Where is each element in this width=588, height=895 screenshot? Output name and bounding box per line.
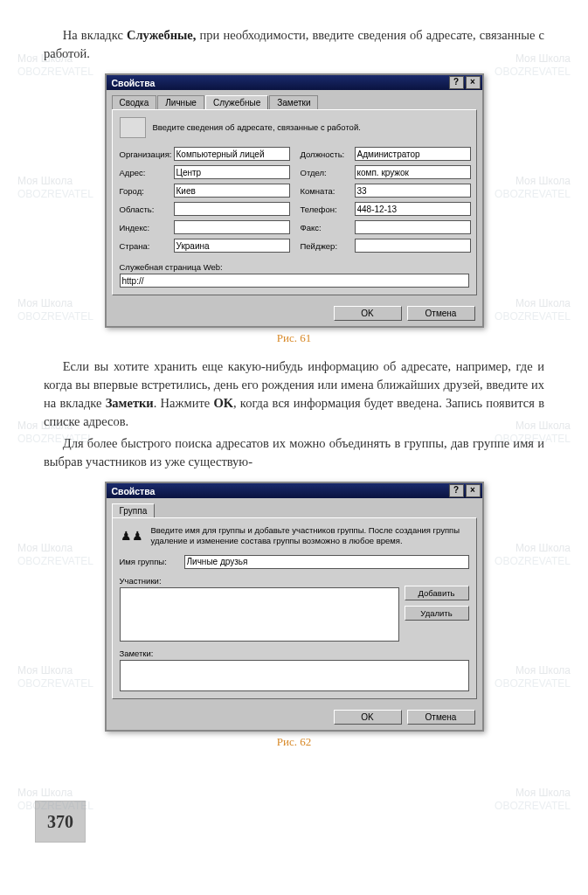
index-field[interactable] <box>174 220 290 234</box>
hint-text: Введите сведения об адресате, связанные … <box>153 122 469 133</box>
city-field[interactable] <box>174 184 290 198</box>
paragraph-2: Если вы хотите хранить еще какую-нибудь … <box>44 357 544 431</box>
dialog-properties-group: Свойства ? × Группа ♟♟ Введите имя для г… <box>105 482 484 732</box>
dialog-properties-business: Свойства ? × Сводка Личные Служебные Зам… <box>105 73 484 328</box>
tab-group[interactable]: Группа <box>112 503 156 517</box>
help-icon[interactable]: ? <box>449 76 464 89</box>
people-icon: ♟♟ <box>120 526 144 545</box>
position-field[interactable] <box>355 147 471 161</box>
add-button[interactable]: Добавить <box>405 586 469 600</box>
ok-button[interactable]: OK <box>334 710 402 725</box>
members-listbox[interactable] <box>120 587 399 642</box>
paragraph-1: На вкладкс Служебные, при необходимости,… <box>44 26 544 63</box>
country-field[interactable] <box>174 239 290 253</box>
hint-text: Введите имя для группы и добавьте участн… <box>151 525 469 546</box>
phone-field[interactable] <box>355 202 471 216</box>
room-field[interactable] <box>355 184 471 198</box>
ok-button[interactable]: OK <box>334 306 402 321</box>
tab-strip: Группа <box>107 498 482 517</box>
close-icon[interactable]: × <box>466 484 481 497</box>
briefcase-icon <box>120 117 146 138</box>
figure-caption-61: Рис. 61 <box>44 331 544 345</box>
organization-field[interactable] <box>174 147 290 161</box>
tab-summary[interactable]: Сводка <box>112 95 157 109</box>
pager-field[interactable] <box>355 239 471 253</box>
page-number: 370 <box>35 801 86 843</box>
cancel-button[interactable]: Отмена <box>407 306 475 321</box>
window-title: Свойства <box>112 78 156 88</box>
title-bar: Свойства ? × <box>107 483 482 498</box>
notes-textarea[interactable] <box>120 660 469 691</box>
window-title: Свойства <box>112 486 156 496</box>
tab-business[interactable]: Служебные <box>205 95 268 109</box>
group-name-field[interactable] <box>184 555 469 569</box>
title-bar: Свойства ? × <box>107 75 482 90</box>
help-icon[interactable]: ? <box>449 484 464 497</box>
tab-strip: Сводка Личные Служебные Заметки <box>107 90 482 109</box>
fax-field[interactable] <box>355 220 471 234</box>
remove-button[interactable]: Удалить <box>405 606 469 621</box>
web-field[interactable] <box>120 274 469 288</box>
cancel-button[interactable]: Отмена <box>407 710 475 725</box>
paragraph-3: Для более быстрого поиска адресатов их м… <box>44 434 544 471</box>
region-field[interactable] <box>174 202 290 216</box>
department-field[interactable] <box>355 165 471 179</box>
tab-notes[interactable]: Заметки <box>269 95 318 109</box>
figure-caption-62: Рис. 62 <box>44 735 544 749</box>
close-icon[interactable]: × <box>466 76 481 89</box>
address-field[interactable] <box>174 165 290 179</box>
tab-personal[interactable]: Личные <box>157 95 204 109</box>
